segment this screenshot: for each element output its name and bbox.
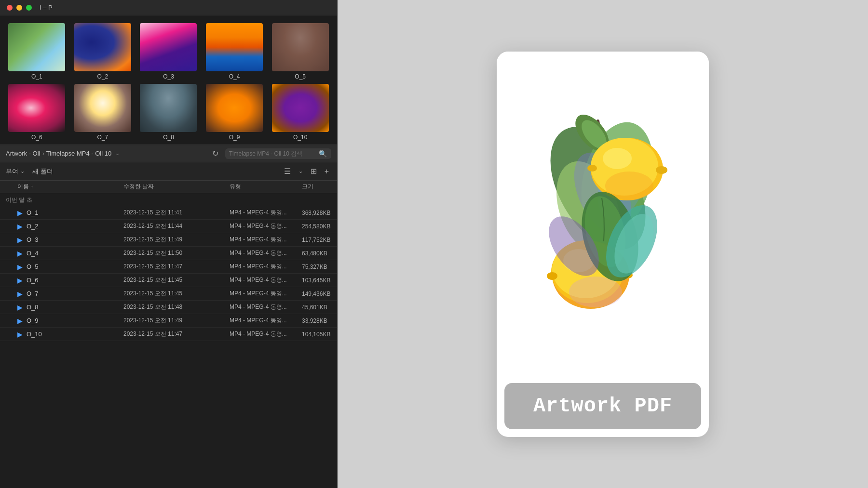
thumbnail-o4[interactable]: O_4 xyxy=(203,23,266,80)
file-name: O_6 xyxy=(27,277,39,284)
preview-panel: Artwork PDF xyxy=(338,0,868,488)
file-row[interactable]: ▶ O_1 2023-12-15 오전 11:41 MP4 - MPEG-4 동… xyxy=(0,206,337,220)
file-row[interactable]: ▶ O_7 2023-12-15 오전 11:45 MP4 - MPEG-4 동… xyxy=(0,287,337,301)
thumbnail-o1[interactable]: O_1 xyxy=(6,23,68,80)
sort-arrow-icon: ↑ xyxy=(31,184,33,189)
file-type: MP4 - MPEG-4 동영... xyxy=(230,249,302,257)
video-file-icon: ▶ xyxy=(17,223,23,230)
new-folder-button[interactable]: 새 폴더 xyxy=(28,166,57,177)
close-button[interactable] xyxy=(7,5,13,11)
video-file-icon: ▶ xyxy=(17,330,23,338)
thumbnail-o7[interactable]: O_7 xyxy=(72,84,134,141)
finder-window: I – P O_1 O_2 O_3 O_4 O_5 O_6 xyxy=(0,0,338,488)
file-modified-date: 2023-12-15 오전 11:45 xyxy=(123,276,230,284)
breadcrumb: Artwork - Oil › Timelapse MP4 - Oil 10 ⌄ xyxy=(6,150,205,157)
file-name: O_4 xyxy=(27,250,39,257)
file-name-cell: ▶ O_4 xyxy=(17,250,123,257)
thumbnail-o8[interactable]: O_8 xyxy=(137,84,200,141)
file-row[interactable]: ▶ O_8 2023-12-15 오전 11:48 MP4 - MPEG-4 동… xyxy=(0,301,337,314)
file-row[interactable]: ▶ O_10 2023-12-15 오전 11:47 MP4 - MPEG-4 … xyxy=(0,328,337,341)
thumbnail-o10[interactable]: O_10 xyxy=(269,84,331,141)
breadcrumb-timelapse[interactable]: Timelapse MP4 - Oil 10 xyxy=(46,150,111,157)
file-name: O_10 xyxy=(27,330,42,338)
thumb-label-o6: O_6 xyxy=(31,134,42,141)
file-name-cell: ▶ O_9 xyxy=(17,317,123,325)
file-row[interactable]: ▶ O_3 2023-12-15 오전 11:49 MP4 - MPEG-4 동… xyxy=(0,233,337,247)
file-row[interactable]: ▶ O_6 2023-12-15 오전 11:45 MP4 - MPEG-4 동… xyxy=(0,274,337,287)
svg-point-12 xyxy=(587,165,597,171)
file-type: MP4 - MPEG-4 동영... xyxy=(230,236,302,244)
col-type-header[interactable]: 유형 xyxy=(230,183,302,191)
location-selector[interactable]: 부여 ⌄ xyxy=(6,167,25,176)
thumb-label-o5: O_5 xyxy=(295,73,306,80)
file-name: O_2 xyxy=(27,223,39,230)
list-view-chevron-icon[interactable]: ⌄ xyxy=(296,167,305,176)
file-name: O_3 xyxy=(27,236,39,243)
maximize-button[interactable] xyxy=(26,5,32,11)
thumb-image-o4 xyxy=(206,23,263,71)
file-size: 117,752KB xyxy=(302,237,337,243)
thumb-image-o7 xyxy=(74,84,131,132)
breadcrumb-bar: Artwork - Oil › Timelapse MP4 - Oil 10 ⌄… xyxy=(0,145,337,162)
file-name-cell: ▶ O_3 xyxy=(17,236,123,244)
file-modified-date: 2023-12-15 오전 11:41 xyxy=(123,209,230,217)
col-name-header[interactable]: 이름 ↑ xyxy=(17,183,123,191)
search-input[interactable] xyxy=(229,150,316,157)
file-name: O_7 xyxy=(27,290,39,297)
column-headers: 이름 ↑ 수정한 날짜 유형 크기 xyxy=(0,181,337,193)
thumbnail-o9[interactable]: O_9 xyxy=(203,84,266,141)
file-list: 이번 달 초 ▶ O_1 2023-12-15 오전 11:41 MP4 - M… xyxy=(0,193,337,488)
search-icon[interactable]: 🔍 xyxy=(319,150,327,158)
location-chevron-icon: ⌄ xyxy=(20,168,25,174)
file-modified-date: 2023-12-15 오전 11:49 xyxy=(123,317,230,325)
search-box: 🔍 xyxy=(225,148,331,159)
file-row[interactable]: ▶ O_4 2023-12-15 오전 11:50 MP4 - MPEG-4 동… xyxy=(0,247,337,260)
file-modified-date: 2023-12-15 오전 11:48 xyxy=(123,303,230,311)
file-modified-date: 2023-12-15 오전 11:50 xyxy=(123,249,230,257)
list-view-icon[interactable]: ☰ xyxy=(282,165,293,177)
svg-point-11 xyxy=(656,166,667,174)
file-type: MP4 - MPEG-4 동영... xyxy=(230,276,302,284)
video-file-icon: ▶ xyxy=(17,250,23,257)
thumb-image-o2 xyxy=(74,23,131,71)
file-name-cell: ▶ O_2 xyxy=(17,223,123,230)
file-type: MP4 - MPEG-4 동영... xyxy=(230,290,302,298)
artwork-card: Artwork PDF xyxy=(497,52,709,437)
thumb-label-o4: O_4 xyxy=(229,73,240,80)
thumbnail-o5[interactable]: O_5 xyxy=(269,23,331,80)
file-type: MP4 - MPEG-4 동영... xyxy=(230,263,302,271)
column-view-icon[interactable]: ⊞ xyxy=(308,165,319,177)
artwork-image-area xyxy=(497,52,709,383)
col-modified-header[interactable]: 수정한 날짜 xyxy=(123,183,230,191)
add-button[interactable]: + xyxy=(322,166,331,177)
chevron-down-icon[interactable]: ⌄ xyxy=(115,150,120,157)
lemon-artwork xyxy=(521,92,685,343)
file-size: 75,327KB xyxy=(302,264,337,270)
minimize-button[interactable] xyxy=(16,5,22,11)
video-file-icon: ▶ xyxy=(17,236,23,244)
refresh-button[interactable]: ↻ xyxy=(209,148,221,159)
breadcrumb-separator-1: › xyxy=(42,150,44,157)
thumbnail-o2[interactable]: O_2 xyxy=(72,23,134,80)
file-size: 45,601KB xyxy=(302,304,337,311)
file-modified-date: 2023-12-15 오전 11:49 xyxy=(123,236,230,244)
thumbnail-o3[interactable]: O_3 xyxy=(137,23,200,80)
svg-point-20 xyxy=(569,277,622,307)
thumb-image-o1 xyxy=(8,23,65,71)
file-name-cell: ▶ O_8 xyxy=(17,303,123,311)
file-modified-date: 2023-12-15 오전 11:45 xyxy=(123,290,230,298)
file-row[interactable]: ▶ O_5 2023-12-15 오전 11:47 MP4 - MPEG-4 동… xyxy=(0,260,337,274)
video-file-icon: ▶ xyxy=(17,303,23,311)
file-size: 254,580KB xyxy=(302,223,337,230)
breadcrumb-artwork-oil[interactable]: Artwork - Oil xyxy=(6,150,41,157)
file-row[interactable]: ▶ O_2 2023-12-15 오전 11:44 MP4 - MPEG-4 동… xyxy=(0,220,337,233)
file-modified-date: 2023-12-15 오전 11:44 xyxy=(123,222,230,230)
file-type: MP4 - MPEG-4 동영... xyxy=(230,222,302,230)
thumb-image-o8 xyxy=(140,84,197,132)
file-row[interactable]: ▶ O_9 2023-12-15 오전 11:49 MP4 - MPEG-4 동… xyxy=(0,314,337,328)
file-name-cell: ▶ O_7 xyxy=(17,290,123,298)
thumb-label-o2: O_2 xyxy=(97,73,108,80)
file-size: 149,436KB xyxy=(302,290,337,297)
section-header: 이번 달 초 xyxy=(0,193,337,206)
thumbnail-o6[interactable]: O_6 xyxy=(6,84,68,141)
